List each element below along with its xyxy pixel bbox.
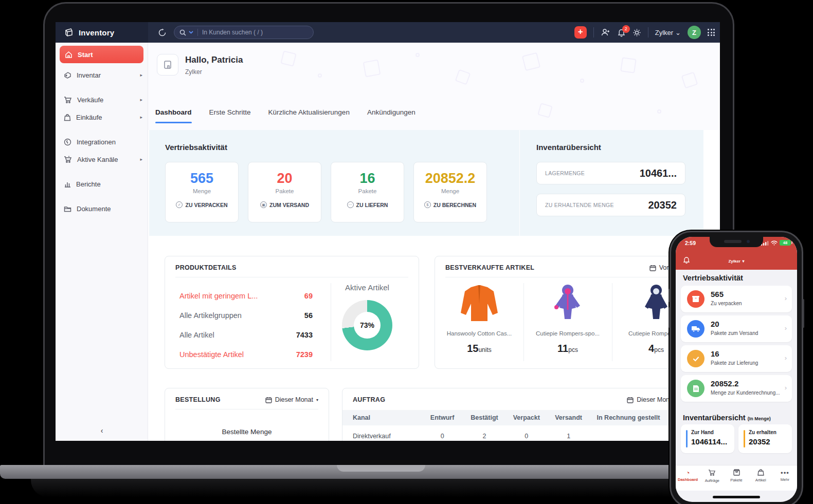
battery-icon: 48 [780,240,791,246]
unconfirmed-items-label: Unbestätigte Artikel [179,350,244,359]
sidebar-item-einkaeufe[interactable]: Einkäufe ▸ [56,108,148,126]
sidebar-item-inventar[interactable]: Inventar ▸ [56,66,148,84]
sidebar-item-aktive-kanaele[interactable]: Aktive Kanäle ▸ [56,151,148,168]
tab-dashboard[interactable]: Dashboard [155,108,192,123]
top-item-qty: 11 [557,343,568,354]
column-kanal: Kanal [353,414,421,421]
laptop-base-notch [337,465,425,472]
pattern-doodle [522,52,540,71]
cell-entwurf: 0 [421,433,463,440]
phone-nav-dashboard[interactable]: ◔ Dashboard [676,465,700,491]
cell-versandt: 1 [548,433,590,440]
phone-in-hand-label: Zur Hand [691,430,714,435]
app-grid-icon[interactable] [708,29,715,36]
sidebar: Start Inventar ▸ Verkäufe ▸ Einkäufe ▸ [56,43,148,441]
sidebar-item-verkaeufe[interactable]: Verkäufe ▸ [56,91,148,108]
tab-kuerzliche-aktualisierungen[interactable]: Kürzliche Aktualisierungen [268,108,350,123]
sales-activity-title: Vertriebsaktivität [165,143,227,152]
divider [445,277,693,277]
settings-gear-icon[interactable] [633,28,641,37]
table-row[interactable]: Direktverkauf 0 2 0 1 [342,425,683,441]
phone-card-to-ship[interactable]: 20 Pakete zum Versand › [681,315,792,342]
sales-activity-card-to-invoice[interactable]: 20852.2 Menge $ZU BERECHNEN [413,162,487,222]
sales-activity-card-to-deliver[interactable]: 16 Pakete ⋯ZU LIEFERN [331,162,404,222]
all-items-row[interactable]: Alle Artikel 7433 [175,325,317,345]
search-input[interactable]: In Kunden suchen ( / ) [174,26,314,39]
sales-activity-card-to-pack[interactable]: 565 Menge ✓ZU VERPACKEN [165,162,239,222]
unconfirmed-items-row[interactable]: Unbestätigte Artikel 7239 [175,345,317,364]
phone-inventory-subtitle: (In Menge) [748,416,771,421]
chevron-down-icon: ⌄ [675,29,681,36]
notifications-bell-icon[interactable]: 2 [617,28,626,37]
phone-in-hand-card[interactable]: Zur Hand 1046114... [681,424,734,453]
org-switcher[interactable]: Zylker ⌄ [655,29,681,36]
stock-in-hand-value: 10461... [640,167,677,179]
sidebar-item-integrationen[interactable]: Integrationen [56,133,148,151]
phone-nav-artikel[interactable]: Artikel [749,465,773,491]
user-avatar[interactable]: Z [688,26,701,39]
phone-volume-button [669,307,670,328]
phone-to-receive-card[interactable]: Zu erhalten 20352 [738,424,792,453]
phone-org-switcher[interactable]: Zylker ▾ [676,257,797,265]
to-be-received-row[interactable]: ZU ERHALTENDE MENGE 20352 [536,194,685,216]
currency-circle-icon: $ [424,201,431,208]
phone-card-to-invoice[interactable]: 20852.2 Menge zur Kundenrechnung... › [681,375,792,402]
sidebar-item-label: Inventar [77,71,101,79]
top-item-2[interactable]: Cutiepie Rompers-spo... 11pcs [527,283,609,354]
app-logo[interactable]: Inventory [56,22,148,43]
phone-card-to-pack[interactable]: 565 Zu verpacken › [681,286,792,312]
phone-nav-mehr[interactable]: ••• Mehr [773,465,797,491]
top-item-qty: 15 [467,343,478,354]
sidebar-item-label: Berichte [76,180,101,188]
tab-ankuendigungen[interactable]: Ankündigungen [367,108,415,123]
caret-down-icon: ▾ [743,259,745,264]
to-deliver-unit: Pakete [331,188,404,194]
phone-to-ship-label: Pakete zum Versand [711,330,758,336]
purchase-order-period[interactable]: Dieser Monat ▾ [265,396,318,403]
main-area: Hallo, Patricia Zylker Dashboard Erste S… [148,43,720,441]
column-bestaetigt: Bestätigt [463,414,505,421]
sales-order-period[interactable]: Dieser Mona [627,396,673,403]
stock-in-hand-row[interactable]: LAGERMENGE 10461... [536,162,685,184]
chevron-right-icon: ▸ [140,72,142,78]
sales-activity-card-to-ship[interactable]: 20 Pakete ▣ZUM VERSAND [248,162,321,222]
phone-bottom-nav: ◔ Dashboard Aufträge Pakete [676,465,797,491]
item-groups-row[interactable]: Alle Artikelgruppen 56 [175,306,317,325]
column-in-rechnung: In Rechnung gestellt [590,414,673,421]
top-item-unit: pcs [654,346,664,353]
refer-user-icon[interactable] [601,28,610,36]
phone-nav-pakete[interactable]: Pakete [724,465,748,491]
inventory-logo-icon [64,28,74,37]
phone-in-hand-value: 1046114... [691,437,727,446]
pattern-doodle [681,72,698,89]
phone-nav-auftraege[interactable]: Aufträge [700,465,724,491]
top-item-1[interactable]: Hanswooly Cotton Cas... 15units [438,283,520,354]
app-name: Inventory [79,28,114,37]
sidebar-item-berichte[interactable]: Berichte [56,175,148,193]
low-stock-row[interactable]: Artikel mit geringem L... 69 [175,286,317,306]
check-icon [687,350,704,367]
sidebar-collapse-button[interactable]: ‹ [56,426,148,435]
topbar-divider [593,27,594,38]
wifi-icon [771,240,778,246]
quick-create-button[interactable]: + [574,26,587,39]
sidebar-item-label: Integrationen [77,138,116,146]
sidebar-item-dokumente[interactable]: Dokumente [56,200,148,217]
tab-erste-schritte[interactable]: Erste Schritte [209,108,251,123]
purchase-order-card: BESTELLUNG Dieser Monat ▾ Bestellte Meng… [165,388,329,441]
integrations-icon [64,138,71,146]
calendar-icon [627,397,634,403]
purchases-bag-icon [64,114,71,121]
search-scope-chevron-icon[interactable] [189,31,193,34]
recent-activity-icon[interactable] [156,26,168,39]
truck-icon [687,320,704,338]
divider [612,283,612,361]
phone-home-indicator[interactable] [713,496,760,498]
to-pack-status: ZU VERPACKEN [185,202,227,208]
product-details-title: PRODUKTDETAILS [175,264,237,271]
notification-badge: 2 [622,25,630,33]
chevron-right-icon: › [785,354,787,362]
sidebar-item-start[interactable]: Start [60,46,143,63]
phone-sales-title: Vertriebsaktivität [683,274,743,282]
phone-card-to-deliver[interactable]: 16 Pakete zur Lieferung › [681,345,792,372]
